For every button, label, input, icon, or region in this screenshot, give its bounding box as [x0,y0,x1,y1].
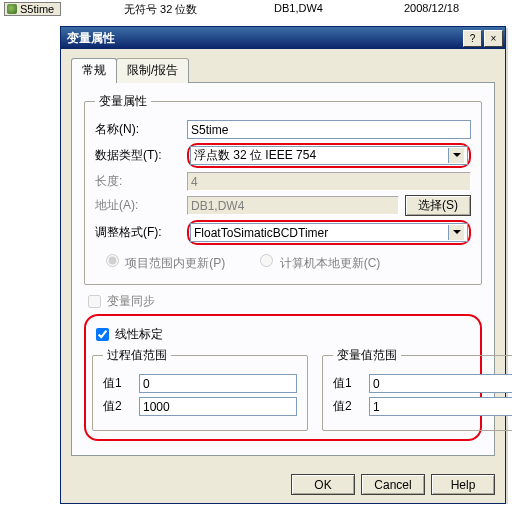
process-v2-input[interactable] [139,397,297,416]
var-v1-input[interactable] [369,374,512,393]
col-date: 2008/12/18 [404,2,459,20]
format-combo[interactable]: FloatToSimaticBCDTimer [190,223,468,242]
var-v2-input[interactable] [369,397,512,416]
group-variable-attrs: 变量属性 名称(N): 数据类型(T): 浮点数 32 位 IEEE 754 [84,93,482,285]
close-icon[interactable]: × [484,30,503,47]
tab-page-general: 变量属性 名称(N): 数据类型(T): 浮点数 32 位 IEEE 754 [71,82,495,456]
help-button[interactable]: Help [431,474,495,495]
select-button[interactable]: 选择(S) [405,195,471,216]
check-linear[interactable]: 线性标定 [96,326,470,343]
cancel-button[interactable]: Cancel [361,474,425,495]
dialog-title: 变量属性 [67,30,115,47]
group-variable-range: 变量值范围 值1 值2 [322,347,512,431]
legend-variable: 变量值范围 [333,347,401,364]
tab-limits[interactable]: 限制/报告 [116,58,189,83]
address-field [187,196,399,215]
label-p-v2: 值2 [103,398,131,415]
label-format: 调整格式(F): [95,224,181,241]
label-datatype: 数据类型(T): [95,147,181,164]
radio-computer: 计算机本地更新(C) [255,251,380,272]
legend-attrs: 变量属性 [95,93,151,110]
name-input[interactable] [187,120,471,139]
label-length: 长度: [95,173,181,190]
label-v-v2: 值2 [333,398,361,415]
variable-properties-dialog: 变量属性 ? × 常规 限制/报告 变量属性 名称(N): 数据类型(T) [60,26,506,504]
format-value: FloatToSimaticBCDTimer [194,226,328,240]
tag-chip[interactable]: S5time [4,2,61,16]
linear-scaling-area: 线性标定 过程值范围 值1 值2 [84,314,482,441]
tag-name: S5time [20,3,54,15]
titlebar: 变量属性 ? × [61,27,505,49]
length-field [187,172,471,191]
legend-process: 过程值范围 [103,347,171,364]
label-name: 名称(N): [95,121,181,138]
check-sync: 变量同步 [88,293,478,310]
col-address: DB1,DW4 [274,2,404,20]
help-icon[interactable]: ? [463,30,482,47]
datatype-combo[interactable]: 浮点数 32 位 IEEE 754 [190,146,468,165]
radio-project: 项目范围内更新(P) [101,251,225,272]
tab-general[interactable]: 常规 [71,58,117,83]
label-v-v1: 值1 [333,375,361,392]
ok-button[interactable]: OK [291,474,355,495]
label-p-v1: 值1 [103,375,131,392]
datatype-value: 浮点数 32 位 IEEE 754 [194,147,316,164]
group-process-range: 过程值范围 值1 值2 [92,347,308,431]
process-v1-input[interactable] [139,374,297,393]
tag-icon [7,4,17,14]
label-address: 地址(A): [95,197,181,214]
col-datatype: 无符号 32 位数 [124,2,274,20]
chevron-down-icon[interactable] [448,148,464,163]
chevron-down-icon[interactable] [448,225,464,240]
